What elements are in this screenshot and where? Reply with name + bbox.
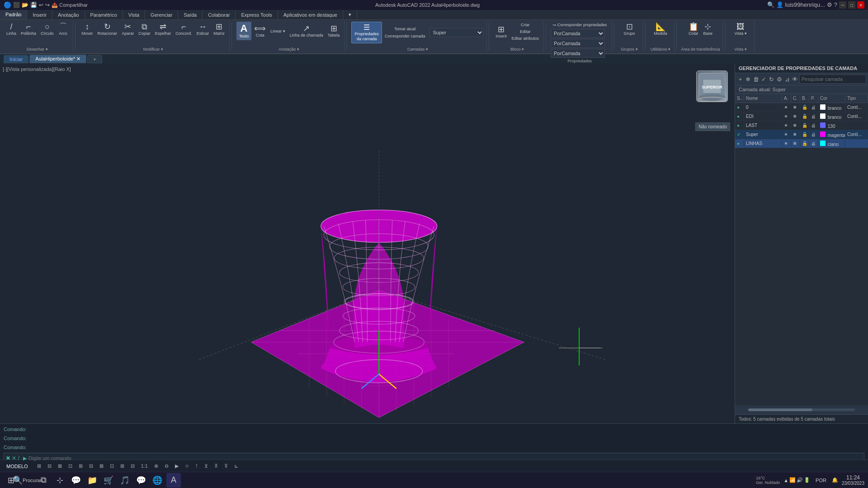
annotation-button[interactable]: ▶ [172, 462, 181, 470]
layer-linhas-lock[interactable]: 🔓 [800, 141, 809, 146]
col-color[interactable]: Cor [818, 95, 845, 102]
layer-last-color[interactable]: 130 [818, 122, 845, 129]
concord-button[interactable]: ⌐Concord. [174, 22, 194, 37]
close-button[interactable]: ✕ [857, 1, 864, 9]
discord-button[interactable]: 💬 [134, 473, 148, 488]
col-linetype[interactable]: Tipo [845, 95, 868, 102]
open-icon[interactable]: 📂 [22, 2, 28, 8]
workspace-button[interactable]: ⊹ [182, 462, 192, 470]
layer-0-visible[interactable]: ☀ [782, 104, 791, 110]
up-arrow-icon[interactable]: ▲ [783, 478, 788, 483]
snap-button[interactable]: ⊟ [45, 462, 54, 470]
rotacionar-button[interactable]: ↻Rotacionar [96, 22, 119, 37]
spotify-button[interactable]: 🎵 [118, 473, 132, 488]
layer-0-plot[interactable]: 🖨 [809, 104, 818, 110]
aparar-button[interactable]: ✂Aparar [120, 22, 136, 37]
editar-atributos-button[interactable]: Editar atributos [510, 35, 541, 42]
speaker-icon[interactable]: 🔊 [797, 477, 803, 483]
corresponder-camada-button[interactable]: Corresponder camada [383, 33, 427, 39]
layer-0-lock[interactable]: 🔓 [800, 104, 809, 110]
porcamada-dropdown1[interactable]: PorCamada [551, 29, 605, 38]
ribbon-tab-express[interactable]: Express Tools [236, 10, 278, 19]
chat-button[interactable]: 💬 [69, 473, 83, 488]
matriz-button[interactable]: ⊞Matriz [212, 22, 226, 37]
widgets-button[interactable]: ⊹ [52, 473, 67, 488]
layer-linhas-freeze[interactable]: ❄ [791, 141, 800, 146]
network-icon[interactable]: 📶 [789, 477, 796, 483]
tab-iniciar[interactable]: Iniciar [4, 55, 28, 63]
layer-super-visible[interactable]: ☀ [782, 131, 791, 137]
chrome-button[interactable]: 🌐 [150, 473, 165, 488]
system-tray[interactable]: ▲ 📶 🔊 🔋 [782, 476, 812, 484]
layer-super-freeze[interactable]: ❄ [791, 131, 800, 137]
save-icon[interactable]: 💾 [30, 2, 37, 8]
prop-camada-button[interactable]: ☰ Propriedades da camada [351, 22, 382, 43]
taskview-button[interactable]: ⧉ [36, 473, 51, 488]
settings-layer-button[interactable]: ⚙ [776, 75, 783, 84]
porcamada-dropdown2[interactable]: PorCamada [551, 39, 605, 48]
merge-layers-button[interactable]: ⊿ [784, 75, 791, 84]
espelhar-button[interactable]: ⇌Espelhar [153, 22, 173, 37]
hardware-accel-button[interactable]: ⊽ [222, 462, 231, 470]
cmd-input[interactable] [28, 455, 864, 461]
layer-edi-color[interactable]: branco [818, 113, 845, 120]
dyn-button[interactable]: ⊡ [107, 462, 117, 470]
tabela-button[interactable]: ⊞Tabela [326, 23, 342, 38]
layer-super-lock[interactable]: 🔓 [800, 131, 809, 137]
ribbon-tab-inserir[interactable]: Inserir [27, 10, 52, 19]
quick-props-button[interactable]: ⊻ [202, 462, 211, 470]
new-frozen-layer-button[interactable]: ❄ [745, 75, 751, 84]
mover-button[interactable]: ↕Mover [80, 22, 95, 37]
new-layer-button[interactable]: + [737, 75, 744, 84]
explorer-button[interactable]: 📁 [85, 473, 99, 488]
model-tab-button[interactable]: MODELO [4, 463, 31, 470]
cota-button[interactable]: ⟺Cota [252, 23, 268, 38]
delete-layer-button[interactable]: 🗑 [753, 75, 760, 84]
ribbon-tab-padrao[interactable]: Padrão [0, 10, 27, 19]
ribbon-tab-vista[interactable]: Vista [123, 10, 145, 19]
layer-panel-scrollbar[interactable] [735, 405, 868, 414]
ribbon-tab-parametrico[interactable]: Paramétrico [85, 10, 123, 19]
layer-last-freeze[interactable]: ❄ [791, 122, 800, 128]
esticar-button[interactable]: ↔Esticar [195, 22, 211, 37]
ortho-button[interactable]: ⊠ [55, 462, 65, 470]
zoom-out-button[interactable]: ⊖ [162, 462, 171, 470]
layer-0-color[interactable]: branco [818, 104, 845, 111]
maximize-button[interactable]: □ [848, 1, 855, 9]
clean-screen-button[interactable]: ⊾ [231, 462, 241, 470]
quick-save-icon[interactable]: ⬛ [13, 2, 20, 8]
vista-button[interactable]: 🖼Vista ▾ [732, 22, 748, 37]
linha-button[interactable]: /Linha [5, 22, 18, 37]
polilinha-button[interactable]: ⌐Polilinha [19, 22, 38, 37]
col-visible[interactable]: A. [782, 95, 791, 102]
settings-icon[interactable]: ⚙ [827, 1, 832, 9]
dynucs-button[interactable]: ⊠ [97, 462, 106, 470]
linha-chamada-button[interactable]: ↗Linha de chamada [288, 23, 325, 38]
medida-button[interactable]: 📐Medida [652, 22, 669, 37]
layer-row-super[interactable]: ✓ Super ☀ ❄ 🔓 🖨 magenta Contí... [735, 130, 868, 139]
user-icon[interactable]: 👤 luis99henriqu... [776, 1, 825, 9]
layer-row-linhas[interactable]: ● LINHAS ☀ ❄ 🔓 🖨 ciano [735, 139, 868, 148]
corresp-props-button[interactable]: ↝ Corresponder propriedades [551, 22, 609, 28]
layer-linhas-plot[interactable]: 🖨 [809, 141, 818, 146]
layer-last-visible[interactable]: ☀ [782, 122, 791, 128]
criar-button[interactable]: Criar [510, 22, 541, 28]
tomar-atual-button[interactable]: Tomar atual [383, 26, 427, 32]
ribbon-tab-more[interactable]: ▾ [343, 10, 357, 19]
help-icon[interactable]: ? [834, 1, 837, 9]
minimize-button[interactable]: ─ [839, 1, 846, 9]
ribbon-tab-saida[interactable]: Saída [178, 10, 203, 19]
col-name[interactable]: Nome [744, 95, 782, 102]
tab-new[interactable]: + [87, 55, 102, 63]
layer-row-last[interactable]: ● LAST ☀ ❄ 🔓 🖨 130 [735, 121, 868, 130]
texto-button[interactable]: ATexto [236, 22, 252, 40]
linear-dropdown[interactable]: Linear ▾ [269, 28, 287, 34]
scale-button[interactable]: 1:1 [138, 462, 151, 470]
layer-linhas-visible[interactable]: ☀ [782, 141, 791, 146]
tab-aula[interactable]: AulaHiperboloide* ✕ [29, 55, 86, 63]
layer-row-edi[interactable]: ● EDI ☀ ❄ 🔓 🖨 branco Contí... [735, 112, 868, 121]
osnap-button[interactable]: ⊞ [76, 462, 85, 470]
arco-button[interactable]: ⌒Arco [57, 22, 70, 37]
ribbon-tab-gerenciar[interactable]: Gerenciar [145, 10, 178, 19]
colar-button[interactable]: 📋Colar [687, 22, 700, 37]
